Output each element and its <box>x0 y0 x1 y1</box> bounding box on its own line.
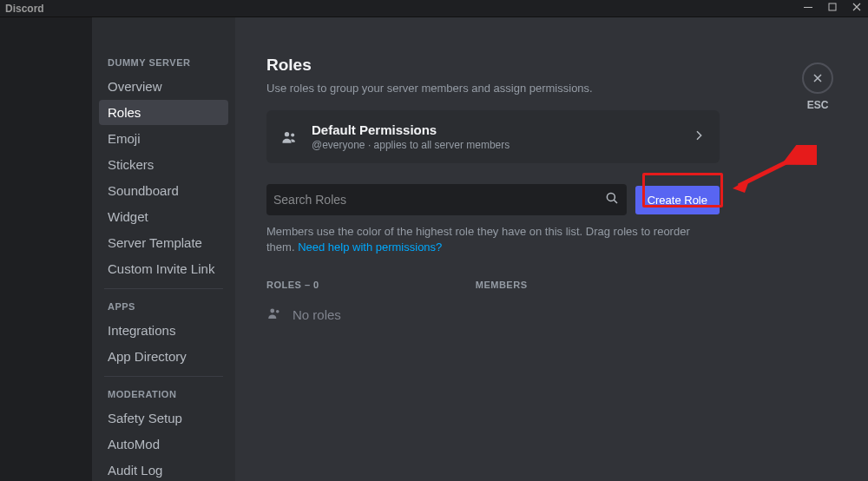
default-permissions-subtitle: @everyone · applies to all server member… <box>312 139 678 151</box>
sidebar-item-custom-invite[interactable]: Custom Invite Link <box>99 256 228 281</box>
settings-sidebar: DUMMY SERVER Overview Roles Emoji Sticke… <box>92 17 235 481</box>
window-minimize-button[interactable] <box>802 2 814 15</box>
close-settings-button[interactable] <box>802 63 833 94</box>
svg-rect-1 <box>829 3 836 10</box>
left-gutter <box>0 17 92 481</box>
svg-point-2 <box>285 132 289 136</box>
window-close-button[interactable] <box>851 2 863 15</box>
search-icon <box>604 190 620 209</box>
svg-line-7 <box>739 149 812 186</box>
svg-point-6 <box>276 310 279 313</box>
window-titlebar: Discord <box>0 0 868 17</box>
page-title: Roles <box>266 56 825 75</box>
moderation-header: MODERATION <box>99 384 228 405</box>
sidebar-item-widget[interactable]: Widget <box>99 204 228 229</box>
sidebar-item-app-directory[interactable]: App Directory <box>99 344 228 369</box>
svg-rect-0 <box>804 7 812 8</box>
members-icon <box>280 128 298 146</box>
roles-column-header: ROLES – 0 <box>266 280 319 290</box>
sidebar-item-emoji[interactable]: Emoji <box>99 126 228 151</box>
close-label: ESC <box>802 99 833 111</box>
server-name-header: DUMMY SERVER <box>99 52 228 73</box>
chevron-right-icon <box>692 128 706 146</box>
window-maximize-button[interactable] <box>826 2 838 15</box>
empty-roles-state: No roles <box>266 306 825 324</box>
svg-point-5 <box>270 309 274 313</box>
divider <box>104 376 223 377</box>
sidebar-item-server-template[interactable]: Server Template <box>99 230 228 255</box>
empty-roles-label: No roles <box>293 307 341 322</box>
sidebar-item-soundboard[interactable]: Soundboard <box>99 178 228 203</box>
sidebar-item-integrations[interactable]: Integrations <box>99 318 228 343</box>
default-permissions-title: Default Permissions <box>312 122 678 137</box>
default-permissions-card[interactable]: Default Permissions @everyone · applies … <box>266 110 720 163</box>
svg-point-3 <box>291 133 294 136</box>
app-name: Discord <box>5 3 44 15</box>
search-roles-input-wrap[interactable] <box>266 184 627 215</box>
page-subtitle: Use roles to group your server members a… <box>266 82 825 95</box>
members-icon <box>266 306 282 324</box>
main-content: Roles Use roles to group your server mem… <box>235 17 868 481</box>
sidebar-item-stickers[interactable]: Stickers <box>99 152 228 177</box>
sidebar-item-automod[interactable]: AutoMod <box>99 432 228 457</box>
search-roles-input[interactable] <box>273 193 604 207</box>
help-text: Members use the color of the highest rol… <box>266 224 720 255</box>
members-column-header: MEMBERS <box>476 280 528 290</box>
apps-header: APPS <box>99 296 228 317</box>
svg-point-4 <box>607 193 615 201</box>
sidebar-item-safety-setup[interactable]: Safety Setup <box>99 405 228 431</box>
help-link[interactable]: Need help with permissions? <box>298 240 442 254</box>
sidebar-item-roles[interactable]: Roles <box>99 100 228 125</box>
divider <box>104 288 223 289</box>
sidebar-item-audit-log[interactable]: Audit Log <box>99 458 228 481</box>
annotation-arrow <box>726 145 817 193</box>
create-role-button[interactable]: Create Role <box>635 186 720 214</box>
sidebar-item-overview[interactable]: Overview <box>99 74 228 99</box>
